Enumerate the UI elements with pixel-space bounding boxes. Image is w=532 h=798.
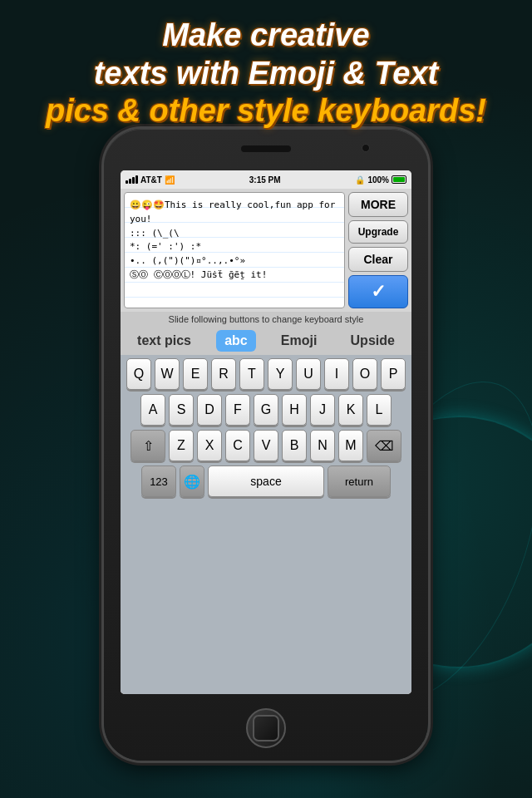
status-right: 🔒 100% (355, 175, 406, 185)
key-p[interactable]: P (381, 358, 406, 390)
signal-bar-4 (135, 175, 138, 184)
tab-upside[interactable]: Upside (342, 330, 403, 352)
key-q[interactable]: Q (126, 358, 151, 390)
app-title: Make creative texts with Emoji & Text pi… (17, 17, 515, 131)
phone-frame: AT&T 📶 3:15 PM 🔒 100% 😀😜🤩This is really … (104, 129, 428, 761)
lock-icon: 🔒 (355, 175, 365, 185)
key-m[interactable]: M (338, 430, 363, 461)
keyboard-row-2: A S D F G H J K L (122, 394, 410, 426)
return-label: return (345, 475, 373, 488)
key-o[interactable]: O (352, 358, 377, 390)
key-z[interactable]: Z (169, 430, 194, 461)
key-d[interactable]: D (197, 394, 222, 426)
globe-icon: 🌐 (184, 474, 200, 490)
key-u[interactable]: U (296, 358, 321, 390)
key-n[interactable]: N (310, 430, 335, 461)
keyboard-style-hint: Slide following buttons to change keyboa… (121, 312, 411, 327)
key-w[interactable]: W (155, 358, 180, 390)
check-button[interactable]: ✓ (348, 275, 408, 308)
tab-emoji[interactable]: Emoji (273, 330, 326, 352)
content-area: 😀😜🤩This is really cool,fun app for you! … (121, 189, 411, 694)
phone-speaker (241, 145, 291, 152)
wifi-icon: 📶 (165, 175, 175, 185)
delete-key[interactable]: ⌫ (367, 430, 401, 461)
home-button-inner (253, 715, 279, 741)
title-line2: texts with Emoji & Text (94, 56, 439, 91)
num-label: 123 (150, 475, 168, 488)
shift-icon: ⇧ (143, 438, 154, 454)
title-area: Make creative texts with Emoji & Text pi… (0, 8, 532, 139)
keyboard-row-3: ⇧ Z X C V B N M ⌫ (122, 430, 410, 461)
key-g[interactable]: G (254, 394, 278, 426)
title-line3: pics & other style keyboards! (46, 93, 486, 128)
signal-bars (126, 175, 138, 184)
keyboard-row-1: Q W E R T Y U I O P (122, 358, 410, 390)
key-a[interactable]: A (140, 394, 165, 426)
more-button[interactable]: MORE (348, 192, 408, 217)
shift-key[interactable]: ⇧ (131, 430, 165, 461)
battery-icon (392, 175, 406, 184)
status-left: AT&T 📶 (126, 175, 175, 185)
key-l[interactable]: L (367, 394, 392, 426)
key-t[interactable]: T (239, 358, 264, 390)
key-i[interactable]: I (324, 358, 349, 390)
key-e[interactable]: E (183, 358, 208, 390)
key-s[interactable]: S (169, 394, 194, 426)
phone-camera (362, 144, 370, 152)
kb-hint-text: Slide following buttons to change keyboa… (169, 314, 364, 324)
title-line1: Make creative (162, 17, 369, 52)
tab-upside-label: Upside (351, 333, 395, 347)
key-c[interactable]: C (225, 430, 250, 461)
text-row: 😀😜🤩This is really cool,fun app for you! … (121, 189, 411, 312)
tab-text-pics[interactable]: text pics (129, 330, 200, 352)
key-f[interactable]: F (225, 394, 250, 426)
phone-screen: AT&T 📶 3:15 PM 🔒 100% 😀😜🤩This is really … (121, 170, 411, 694)
key-j[interactable]: J (310, 394, 335, 426)
carrier-label: AT&T (140, 175, 162, 185)
key-b[interactable]: B (282, 430, 307, 461)
signal-bar-1 (126, 180, 128, 184)
key-k[interactable]: K (338, 394, 363, 426)
tab-abc[interactable]: abc (216, 330, 256, 352)
tab-text-pics-label: text pics (137, 333, 191, 347)
text-content: 😀😜🤩This is really cool,fun app for you! … (130, 200, 341, 280)
globe-key[interactable]: 🌐 (180, 466, 204, 497)
space-key[interactable]: space (208, 466, 324, 497)
status-time: 3:15 PM (249, 175, 281, 185)
home-button[interactable] (246, 708, 286, 748)
battery-label: 100% (367, 175, 389, 185)
upgrade-button[interactable]: Upgrade (348, 220, 408, 244)
battery-fill (393, 177, 405, 182)
delete-icon: ⌫ (375, 438, 394, 454)
keyboard: Q W E R T Y U I O P A S D F G (121, 355, 411, 694)
buttons-column: MORE Upgrade Clear ✓ (348, 192, 408, 308)
tab-abc-label: abc (224, 333, 248, 347)
space-label: space (250, 475, 281, 488)
key-h[interactable]: H (282, 394, 307, 426)
status-bar: AT&T 📶 3:15 PM 🔒 100% (121, 170, 411, 189)
keyboard-row-bottom: 123 🌐 space return (122, 466, 410, 497)
key-r[interactable]: R (211, 358, 236, 390)
keyboard-style-tabs: text pics abc Emoji Upside (121, 327, 411, 355)
signal-bar-2 (129, 179, 131, 184)
tab-emoji-label: Emoji (281, 333, 318, 347)
check-icon: ✓ (371, 281, 386, 303)
return-key[interactable]: return (328, 466, 391, 497)
key-x[interactable]: X (197, 430, 222, 461)
key-v[interactable]: V (254, 430, 278, 461)
clear-button[interactable]: Clear (348, 247, 408, 272)
text-display[interactable]: 😀😜🤩This is really cool,fun app for you! … (124, 192, 345, 308)
key-y[interactable]: Y (268, 358, 293, 390)
signal-bar-3 (132, 177, 135, 184)
num-key[interactable]: 123 (141, 466, 176, 497)
